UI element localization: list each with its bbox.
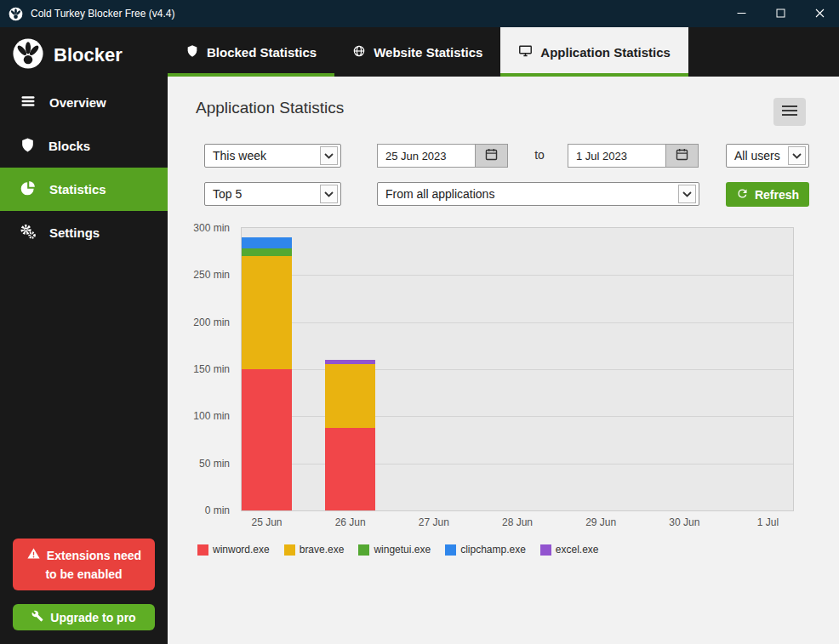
users-select-value: All users	[727, 149, 785, 162]
legend-swatch	[540, 544, 551, 556]
date-to-calendar-button[interactable]	[665, 144, 699, 168]
tab-application-statistics[interactable]: Application Statistics	[500, 27, 688, 77]
gridline	[242, 275, 793, 276]
sidebar-item-settings[interactable]: Settings	[0, 211, 168, 254]
legend-swatch	[284, 544, 295, 556]
x-tick-label: 29 Jun	[562, 516, 639, 528]
gears-icon	[20, 223, 37, 242]
globe-icon	[352, 44, 366, 60]
chart-legend: winword.exebrave.exewingetui.execlipcham…	[197, 544, 599, 556]
legend-item-clipchamp.exe[interactable]: clipchamp.exe	[445, 544, 526, 556]
users-select[interactable]: All users	[726, 144, 809, 168]
bar-segment-wingetui.exe	[242, 248, 292, 256]
date-to-input[interactable]	[568, 144, 665, 168]
tab-label: Website Statistics	[374, 45, 482, 60]
date-range-to-label: to	[528, 148, 551, 162]
titlebar: Cold Turkey Blocker Free (v4.4)	[0, 0, 839, 27]
refresh-icon	[736, 187, 749, 202]
sidebar-item-label: Blocks	[49, 139, 90, 153]
date-from-calendar-button[interactable]	[475, 144, 508, 168]
calendar-icon	[675, 147, 689, 164]
minimize-button[interactable]	[722, 0, 761, 27]
x-tick-label: 27 Jun	[396, 516, 472, 528]
top-n-select[interactable]: Top 5	[204, 182, 341, 206]
period-select-value: This week	[205, 149, 317, 162]
sidebar-item-label: Settings	[49, 225, 100, 240]
x-tick-label: 25 Jun	[229, 516, 305, 528]
sidebar-item-label: Statistics	[49, 182, 106, 197]
y-tick-label: 300 min	[193, 222, 230, 234]
upgrade-to-pro-button[interactable]: Upgrade to pro	[13, 604, 155, 630]
shield-icon	[185, 44, 199, 60]
date-to-group	[568, 144, 699, 168]
x-tick-label: 28 Jun	[479, 516, 556, 528]
hamburger-icon	[781, 105, 798, 119]
refresh-label: Refresh	[755, 188, 799, 202]
app-window: Cold Turkey Blocker Free (v4.4)	[0, 0, 839, 644]
bar-segment-clipchamp.exe	[242, 237, 292, 248]
window-controls	[722, 0, 839, 27]
warning-icon	[26, 546, 41, 565]
tabbar: Blocked Statistics Website Statistics Ap…	[168, 27, 839, 77]
tab-label: Blocked Statistics	[207, 45, 317, 60]
legend-swatch	[197, 544, 208, 556]
tab-blocked-statistics[interactable]: Blocked Statistics	[168, 27, 334, 77]
top-n-select-value: Top 5	[205, 187, 317, 201]
legend-item-excel.exe[interactable]: excel.exe	[540, 544, 599, 556]
legend-label: brave.exe	[300, 544, 345, 556]
maximize-button[interactable]	[761, 0, 800, 27]
applications-chart: 0 min50 min100 min150 min200 min250 min3…	[168, 227, 839, 578]
legend-item-wingetui.exe[interactable]: wingetui.exe	[358, 544, 431, 556]
y-tick-label: 100 min	[193, 410, 230, 422]
brand-name: Blocker	[54, 44, 123, 66]
turkey-logo-icon	[12, 37, 44, 73]
legend-label: clipchamp.exe	[460, 544, 526, 556]
legend-label: excel.exe	[556, 544, 599, 556]
tab-website-statistics[interactable]: Website Statistics	[334, 27, 500, 77]
bar-segment-winword.exe	[325, 428, 375, 510]
period-select[interactable]: This week	[204, 144, 341, 168]
x-tick-label: 1 Jul	[730, 516, 807, 528]
monitor-icon	[518, 43, 533, 60]
upgrade-label: Upgrade to pro	[50, 611, 135, 624]
chevron-down-icon	[678, 185, 696, 203]
legend-item-winword.exe[interactable]: winword.exe	[197, 544, 270, 556]
legend-label: winword.exe	[213, 544, 270, 556]
x-tick-label: 26 Jun	[312, 516, 389, 528]
plot-area	[241, 227, 794, 511]
shield-icon	[20, 137, 36, 156]
sidebar-item-statistics[interactable]: Statistics	[0, 168, 168, 211]
sidebar-item-blocks[interactable]: Blocks	[0, 124, 168, 168]
page-title: Application Statistics	[196, 99, 344, 117]
extensions-warning-button[interactable]: Extensions need to be enabled	[13, 539, 155, 590]
refresh-button[interactable]: Refresh	[726, 182, 809, 207]
sidebar-item-label: Overview	[49, 95, 106, 110]
calendar-icon	[484, 147, 499, 164]
close-button[interactable]	[800, 0, 839, 27]
x-tick-label: 30 Jun	[646, 516, 722, 528]
pie-chart-icon	[20, 180, 37, 199]
y-tick-label: 150 min	[193, 363, 230, 375]
content: Application Statistics This week	[168, 77, 839, 644]
overview-icon	[20, 93, 37, 112]
bar-segment-brave.exe	[325, 364, 375, 427]
chevron-down-icon	[320, 146, 338, 165]
minimize-icon	[737, 6, 746, 21]
sidebar: Blocker Overview Blocks	[0, 27, 168, 644]
wrench-icon	[31, 610, 43, 624]
legend-item-brave.exe[interactable]: brave.exe	[284, 544, 345, 556]
gridline	[242, 322, 793, 323]
source-select[interactable]: From all applications	[377, 182, 699, 206]
chart-menu-button[interactable]	[773, 98, 806, 126]
bar-segment-brave.exe	[242, 256, 292, 369]
close-icon	[815, 6, 825, 21]
date-from-input[interactable]	[377, 144, 475, 168]
maximize-icon	[776, 6, 785, 21]
source-select-value: From all applications	[378, 187, 676, 201]
chevron-down-icon	[320, 185, 338, 203]
y-tick-label: 0 min	[205, 504, 230, 516]
sidebar-item-overview[interactable]: Overview	[0, 81, 168, 124]
x-axis: 25 Jun26 Jun27 Jun28 Jun29 Jun30 Jun1 Ju…	[242, 516, 793, 530]
y-tick-label: 250 min	[193, 269, 230, 281]
extensions-warning-line2: to be enabled	[45, 567, 122, 581]
